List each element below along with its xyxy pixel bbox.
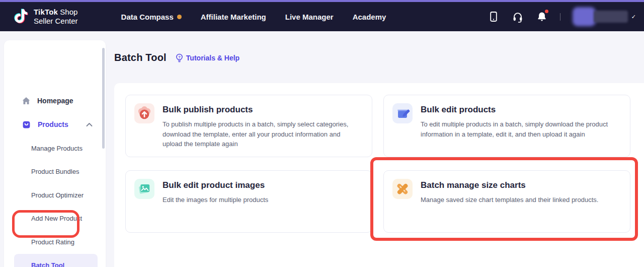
nav-right-icons: ✓ (488, 7, 636, 26)
logo-text: TikTok Shop Seller Center (34, 8, 78, 26)
nav-menu: Data Compass Affiliate Marketing Live Ma… (121, 13, 386, 21)
tiktok-note-icon (13, 8, 29, 26)
sidebar-item-label: Product Bundles (31, 168, 79, 175)
card-description: Edit the images for multiple products (163, 195, 268, 205)
card-body: Bulk publish products To publish multipl… (163, 103, 362, 149)
mobile-app-icon[interactable] (488, 11, 500, 23)
nav-divider (560, 13, 560, 21)
tutorials-help-link[interactable]: ? Tutorials & Help (175, 53, 239, 62)
card-title: Bulk edit products (421, 105, 620, 115)
upload-cloud-icon (134, 103, 154, 123)
sidebar-item-label: Batch Tool (31, 261, 64, 267)
top-navbar: TikTok Shop Seller Center Data Compass A… (0, 2, 644, 31)
card-title: Batch manage size charts (421, 180, 598, 190)
card-description: To publish multiple products in a batch,… (163, 119, 362, 149)
notification-dot (177, 15, 182, 19)
sidebar-item-label: Homepage (37, 97, 73, 105)
account-avatar-blurred (573, 7, 628, 26)
svg-text:?: ? (178, 54, 181, 59)
tiktok-shop-logo[interactable]: TikTok Shop Seller Center (13, 8, 78, 26)
card-bulk-edit-products[interactable]: Bulk edit products To edit multiple prod… (383, 95, 630, 157)
size-tape-icon (392, 179, 413, 199)
sidebar-item-product-bundles[interactable]: Product Bundles (4, 160, 106, 183)
sidebar-item-label: Products (38, 120, 68, 128)
sidebar-item-product-optimizer[interactable]: Product Optimizer (4, 183, 106, 207)
card-body: Bulk edit product images Edit the images… (163, 179, 268, 224)
page-title: Batch Tool (114, 52, 167, 63)
home-icon (22, 96, 31, 105)
card-bulk-publish-products[interactable]: Bulk publish products To publish multipl… (125, 95, 372, 157)
account-menu[interactable]: ✓ (573, 7, 636, 26)
sidebar-scrollbar[interactable] (102, 48, 105, 149)
card-description: To edit multiple products in a batch, si… (421, 119, 620, 139)
bell-icon[interactable] (536, 11, 548, 23)
nav-item-label: Data Compass (121, 13, 174, 21)
nav-item-data-compass[interactable]: Data Compass (121, 13, 182, 21)
edit-box-icon (392, 103, 413, 123)
sidebar: Homepage Products Manage Products Produc… (4, 40, 106, 267)
sidebar-item-label: Manage Products (31, 145, 83, 152)
page-header: Batch Tool ? Tutorials & Help (114, 52, 239, 63)
nav-item-academy[interactable]: Academy (353, 13, 386, 21)
sidebar-item-product-rating[interactable]: Product Rating (4, 230, 106, 253)
sidebar-item-label: Product Optimizer (31, 191, 84, 199)
help-bulb-icon: ? (175, 53, 184, 62)
nav-item-live-manager[interactable]: Live Manager (285, 13, 334, 21)
card-title: Bulk edit product images (163, 180, 268, 190)
card-batch-manage-size-charts[interactable]: Batch manage size charts Manage saved si… (383, 170, 630, 233)
sidebar-item-homepage[interactable]: Homepage (4, 89, 106, 112)
nav-item-affiliate-marketing[interactable]: Affiliate Marketing (201, 13, 266, 21)
tutorials-help-label: Tutorials & Help (186, 54, 239, 62)
sidebar-item-batch-tool[interactable]: Batch Tool (4, 253, 106, 267)
account-check-icon: ✓ (631, 14, 636, 20)
sidebar-item-manage-products[interactable]: Manage Products (4, 137, 106, 160)
sidebar-item-add-new-product[interactable]: Add New Product (4, 207, 106, 230)
nav-item-label: Academy (353, 13, 386, 21)
card-body: Bulk edit products To edit multiple prod… (421, 103, 620, 149)
sidebar-item-label: Add New Product (31, 215, 82, 222)
chevron-up-icon[interactable] (86, 122, 93, 127)
card-title: Bulk publish products (163, 105, 362, 115)
sidebar-item-label: Product Rating (31, 238, 74, 246)
card-bulk-edit-product-images[interactable]: Bulk edit product images Edit the images… (125, 170, 372, 233)
nav-item-label: Live Manager (285, 13, 334, 21)
seller-center-page: TikTok Shop Seller Center Data Compass A… (0, 0, 644, 267)
card-description: Manage saved size chart templates and th… (421, 195, 598, 205)
bell-alert-dot (545, 10, 548, 13)
card-body: Batch manage size charts Manage saved si… (421, 179, 598, 224)
nav-item-label: Affiliate Marketing (201, 13, 266, 21)
content-panel: Bulk publish products To publish multipl… (114, 83, 644, 267)
headset-support-icon[interactable] (512, 11, 524, 23)
sidebar-item-products[interactable]: Products (4, 113, 106, 136)
image-icon (134, 179, 154, 199)
products-bag-icon (22, 120, 31, 129)
